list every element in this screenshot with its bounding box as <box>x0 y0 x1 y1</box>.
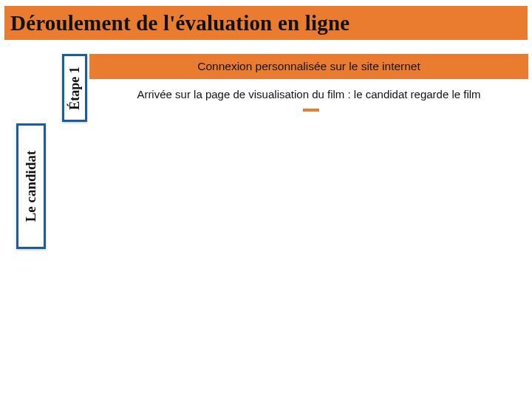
candidat-label: Le candidat <box>23 151 39 222</box>
step-description: Arrivée sur la page de visualisation du … <box>137 88 480 100</box>
step-subtitle-bar: Connexion personnalisée sur le site inte… <box>89 54 528 79</box>
title-bar: Déroulement de l'évaluation en ligne <box>4 6 528 40</box>
page-title: Déroulement de l'évaluation en ligne <box>10 11 349 35</box>
candidat-tab: Le candidat <box>16 123 46 249</box>
slide: Déroulement de l'évaluation en ligne Con… <box>0 0 532 399</box>
etape-tab: Étape 1 <box>62 54 87 122</box>
step-subtitle: Connexion personnalisée sur le site inte… <box>197 60 420 73</box>
accent-dash <box>303 109 319 112</box>
step-description-row: Arrivée sur la page de visualisation du … <box>89 83 528 105</box>
etape-label: Étape 1 <box>67 66 83 110</box>
content-panel <box>89 79 528 271</box>
